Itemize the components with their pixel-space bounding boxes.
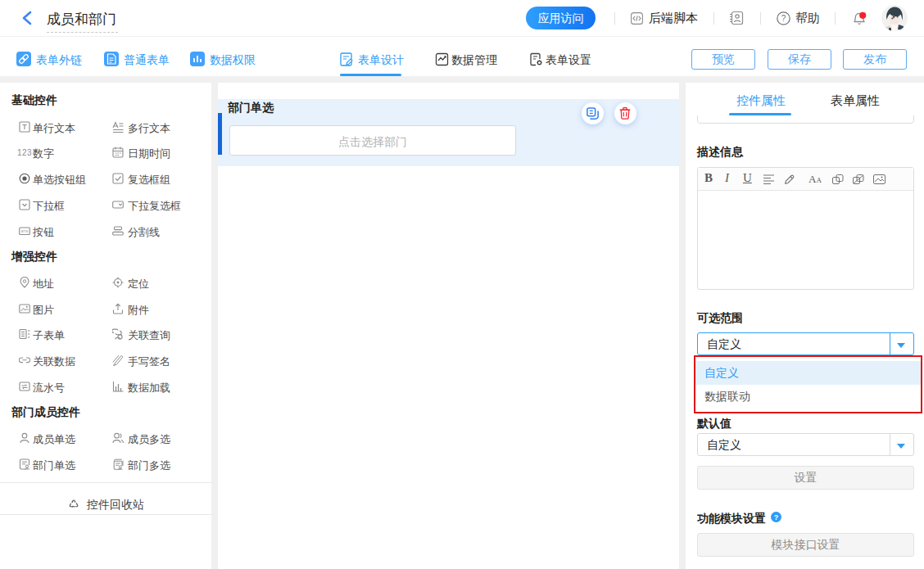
svg-text:?: ?: [774, 513, 779, 522]
svg-text:BTN: BTN: [21, 229, 28, 233]
svg-text:?: ?: [781, 14, 786, 23]
